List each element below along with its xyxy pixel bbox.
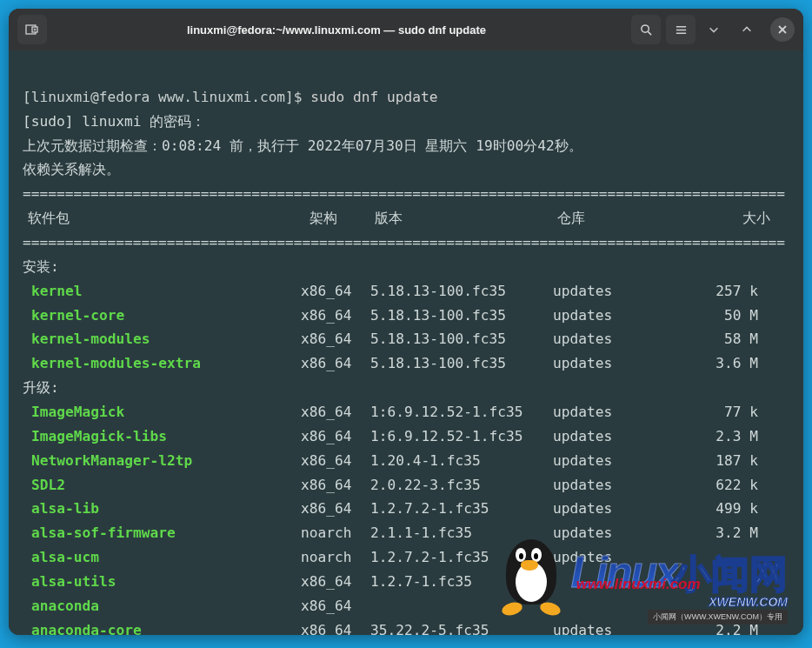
- divider: ========================================…: [23, 230, 789, 255]
- header-size: 大小: [727, 206, 770, 230]
- svg-point-4: [641, 24, 648, 31]
- section-upgrade: 升级:: [23, 379, 59, 396]
- search-button[interactable]: [631, 15, 661, 44]
- deps-line: 依赖关系解决。: [23, 161, 120, 177]
- table-row: anaconda-corex86_6435.22.2-5.fc35updates…: [23, 618, 789, 635]
- header-arch: 架构: [309, 206, 375, 230]
- window-title: linuxmi@fedora:~/www.linuxmi.com — sudo …: [47, 23, 626, 37]
- sudo-prompt: [sudo] linuxmi 的密码：: [23, 113, 205, 130]
- table-row: alsa-libx86_641.2.7.2-1.fc35updates499 k: [23, 497, 789, 521]
- terminal-content[interactable]: [linuxmi@fedora www.linuxmi.com]$ sudo d…: [9, 50, 803, 635]
- header-version: 版本: [375, 206, 557, 230]
- table-row: ImageMagickx86_641:6.9.12.52-1.fc35updat…: [23, 400, 789, 424]
- new-tab-button[interactable]: [17, 15, 47, 44]
- menu-button[interactable]: [666, 15, 696, 44]
- command: sudo dnf update: [310, 89, 437, 105]
- header-name: 软件包: [23, 206, 309, 230]
- close-button[interactable]: [770, 17, 795, 42]
- table-row: ImageMagick-libsx86_641:6.9.12.52-1.fc35…: [23, 424, 789, 449]
- terminal-window: linuxmi@fedora:~/www.linuxmi.com — sudo …: [9, 9, 803, 635]
- section-install: 安装:: [23, 258, 59, 275]
- table-row: alsa-utilsx86_641.2.7-1.fc35: [23, 570, 789, 594]
- maximize-button[interactable]: [732, 15, 762, 44]
- table-row: kernel-corex86_645.18.13-100.fc35updates…: [23, 304, 789, 328]
- table-row: kernel-modulesx86_645.18.13-100.fc35upda…: [23, 327, 789, 351]
- prompt: [linuxmi@fedora www.linuxmi.com]$: [23, 89, 310, 105]
- table-row: SDL2x86_642.0.22-3.fc35updates622 k: [23, 473, 789, 498]
- table-row: kernel-modules-extrax86_645.18.13-100.fc…: [23, 351, 789, 376]
- table-row: alsa-sof-firmwarenoarch2.1.1-1.fc35updat…: [23, 521, 789, 545]
- table-row: kernelx86_645.18.13-100.fc35updates257 k: [23, 279, 789, 304]
- table-row: alsa-ucmnoarch1.2.7.2-1.fc35updates: [23, 545, 789, 570]
- table-header: 软件包架构版本仓库大小: [23, 206, 789, 230]
- svg-line-5: [648, 31, 651, 35]
- table-row: NetworkManager-l2tpx86_641.20.4-1.fc35up…: [23, 449, 789, 473]
- titlebar: linuxmi@fedora:~/www.linuxmi.com — sudo …: [9, 9, 803, 50]
- table-row: anacondax86_64: [23, 594, 789, 618]
- minimize-button[interactable]: [699, 15, 729, 44]
- header-repo: 仓库: [557, 206, 727, 230]
- divider: ========================================…: [23, 182, 789, 206]
- metadata-line: 上次元数据过期检查：0:08:24 前，执行于 2022年07月30日 星期六 …: [23, 137, 582, 154]
